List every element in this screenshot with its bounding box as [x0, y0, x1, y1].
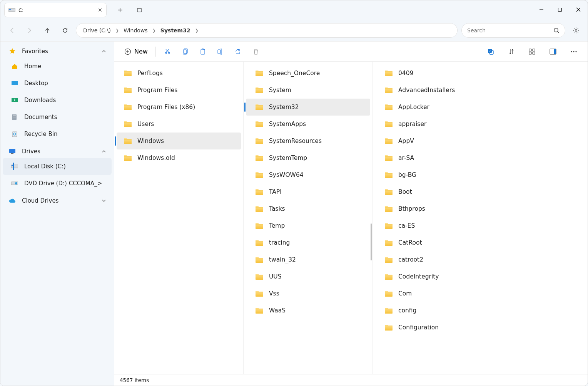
back-button[interactable]: [5, 23, 19, 37]
folder-row[interactable]: bg-BG: [375, 166, 585, 183]
crumb-2[interactable]: System32: [159, 27, 192, 34]
svg-rect-2: [137, 8, 142, 12]
copy-button[interactable]: [177, 45, 193, 59]
new-tab-button[interactable]: [114, 4, 126, 16]
rename-button[interactable]: [213, 45, 228, 59]
folder-row[interactable]: Windows: [117, 133, 241, 149]
downloads-icon: [10, 97, 19, 103]
folder-row[interactable]: SystemTemp: [246, 149, 370, 166]
sort-button[interactable]: [504, 45, 519, 59]
sidebar-item-dvd-drive[interactable]: DVD Drive (D:) CCCOMA_>: [3, 175, 112, 192]
sidebar-item-local-disk[interactable]: Local Disk (C:): [3, 158, 112, 175]
breadcrumb[interactable]: Drive (C:\) ❯ Windows ❯ System32 ❯: [76, 23, 458, 38]
sidebar-item-downloads[interactable]: Downloads: [3, 92, 112, 109]
folder-row[interactable]: AppV: [375, 133, 585, 149]
folder-icon: [384, 222, 393, 229]
folder-row[interactable]: CodeIntegrity: [375, 268, 585, 285]
sidebar-item-documents[interactable]: Documents: [3, 109, 112, 126]
sidebar-cloud-header[interactable]: Cloud Drives: [0, 194, 114, 207]
folder-row[interactable]: AdvancedInstallers: [375, 82, 585, 99]
folder-label: appraiser: [398, 121, 426, 128]
maximize-button[interactable]: [551, 3, 569, 17]
sidebar-item-home[interactable]: Home: [3, 58, 112, 75]
preview-button[interactable]: [545, 45, 561, 59]
search-icon[interactable]: [553, 27, 560, 34]
refresh-button[interactable]: [58, 23, 72, 37]
folder-icon: [384, 205, 393, 212]
cut-button[interactable]: [160, 45, 175, 59]
folder-row[interactable]: UUS: [246, 268, 370, 285]
folder-row[interactable]: SystemResources: [246, 133, 370, 149]
minimize-button[interactable]: [532, 3, 551, 17]
up-button[interactable]: [40, 23, 54, 37]
folder-row[interactable]: Windows.old: [117, 149, 241, 166]
folder-icon: [384, 324, 393, 331]
folder-row[interactable]: System: [246, 82, 370, 99]
folder-row[interactable]: CatRoot: [375, 234, 585, 251]
crumb-1[interactable]: Windows: [122, 27, 149, 34]
folder-row[interactable]: Speech_OneCore: [246, 65, 370, 82]
folder-row[interactable]: 0409: [375, 65, 585, 82]
svg-point-18: [15, 182, 17, 185]
svg-point-20: [165, 52, 167, 54]
new-button[interactable]: New: [120, 46, 152, 57]
svg-rect-6: [12, 81, 18, 85]
folder-label: Program Files (x86): [137, 104, 195, 111]
folder-icon: [255, 188, 264, 195]
folder-row[interactable]: config: [375, 302, 585, 319]
folder-row[interactable]: Users: [117, 116, 241, 133]
tab[interactable]: C: ✕: [4, 3, 107, 17]
folder-row[interactable]: Program Files (x86): [117, 99, 241, 116]
folder-row[interactable]: Temp: [246, 217, 370, 234]
settings-button[interactable]: [569, 23, 583, 37]
crumb-0[interactable]: Drive (C:\): [82, 27, 112, 34]
sidebar-item-desktop[interactable]: Desktop: [3, 75, 112, 92]
forward-button[interactable]: [23, 23, 37, 37]
folder-row[interactable]: WaaS: [246, 302, 370, 319]
star-icon: [8, 48, 17, 55]
tab-overview-button[interactable]: [134, 4, 145, 16]
tab-close-icon[interactable]: ✕: [98, 7, 102, 13]
folder-row[interactable]: SysWOW64: [246, 166, 370, 183]
folder-icon: [384, 171, 393, 178]
folder-label: WaaS: [269, 307, 286, 314]
share-button[interactable]: [231, 45, 246, 59]
folder-row[interactable]: Boot: [375, 183, 585, 200]
sidebar-drives-header[interactable]: Drives: [0, 145, 114, 158]
folder-icon: [384, 87, 393, 94]
folder-row[interactable]: Tasks: [246, 200, 370, 217]
documents-icon: [10, 114, 19, 120]
sidebar-favorites-header[interactable]: Favorites: [0, 45, 114, 58]
folder-row[interactable]: Vss: [246, 285, 370, 302]
sidebar-item-recycle-bin[interactable]: Recycle Bin: [3, 126, 112, 143]
folder-row[interactable]: appraiser: [375, 116, 585, 133]
svg-rect-30: [533, 49, 535, 51]
view-button[interactable]: [525, 45, 540, 59]
folder-icon: [384, 239, 393, 246]
paste-button[interactable]: [195, 45, 210, 59]
folder-row[interactable]: ar-SA: [375, 149, 585, 166]
search-input[interactable]: [467, 27, 553, 34]
folder-icon: [255, 70, 264, 77]
folder-row[interactable]: Configuration: [375, 319, 585, 336]
search-box[interactable]: [461, 23, 565, 38]
folder-row[interactable]: PerfLogs: [117, 65, 241, 82]
folder-row[interactable]: Program Files: [117, 82, 241, 99]
folder-row[interactable]: ca-ES: [375, 217, 585, 234]
folder-row[interactable]: TAPI: [246, 183, 370, 200]
folder-row[interactable]: catroot2: [375, 251, 585, 268]
scrollbar[interactable]: [371, 223, 372, 260]
more-button[interactable]: [566, 45, 581, 59]
folder-row[interactable]: SystemApps: [246, 116, 370, 133]
folder-row[interactable]: Bthprops: [375, 200, 585, 217]
folder-row[interactable]: tracing: [246, 234, 370, 251]
close-button[interactable]: [569, 3, 588, 17]
delete-button[interactable]: [248, 45, 264, 59]
folder-row[interactable]: System32: [246, 99, 370, 116]
folder-icon: [255, 239, 264, 246]
folder-row[interactable]: AppLocker: [375, 99, 585, 116]
folder-row[interactable]: Com: [375, 285, 585, 302]
select-all-button[interactable]: [483, 45, 498, 59]
folder-row[interactable]: twain_32: [246, 251, 370, 268]
folder-label: Program Files: [137, 87, 177, 94]
